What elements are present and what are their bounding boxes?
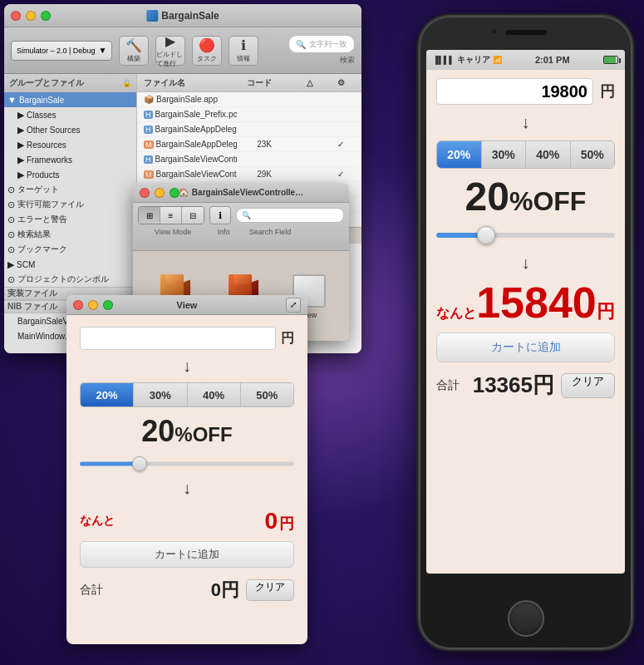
- sidebar-item-products[interactable]: ▶ Products: [4, 167, 136, 182]
- battery-area: [603, 56, 618, 64]
- discount-40-button[interactable]: 40%: [188, 383, 241, 406]
- sidebar-item-search[interactable]: ⊙ 検索結果: [4, 227, 136, 242]
- result-price: 0: [264, 508, 278, 534]
- sidebar-lock-icon[interactable]: 🔒: [122, 79, 131, 87]
- ip-discount-40-button[interactable]: 40%: [526, 141, 571, 168]
- info-button[interactable]: ℹ 情報: [229, 36, 258, 66]
- xcode-search-input[interactable]: 🔍 文字列一致: [288, 35, 355, 53]
- ip-slider-row[interactable]: [436, 225, 615, 245]
- info-icon: ℹ: [241, 37, 246, 53]
- ip-total-amount: 13365円: [466, 371, 554, 400]
- ip-discount-50-button[interactable]: 50%: [571, 141, 615, 168]
- file-row-delegate-m[interactable]: MBargainSaleAppDelegate.m 23K ✓: [137, 137, 361, 152]
- nib-mode-icon-btn[interactable]: ⊞: [139, 207, 160, 224]
- iphone-home-button[interactable]: [508, 600, 544, 637]
- arrow-down-icon: ↓: [183, 357, 191, 376]
- result-row: なんと 0 円: [80, 508, 294, 534]
- sidebar-item-frameworks[interactable]: ▶ Frameworks: [4, 152, 136, 167]
- nib-close-button[interactable]: [140, 188, 150, 198]
- ip-slider-thumb[interactable]: [477, 226, 495, 244]
- ip-arrow-down-2: ↓: [522, 254, 530, 273]
- discount-30-button[interactable]: 30%: [134, 383, 187, 406]
- discount-20-button[interactable]: 20%: [81, 383, 134, 406]
- add-cart-button[interactable]: カートに追加: [80, 541, 294, 568]
- sidebar-item-errors[interactable]: ⊙ エラーと警告: [4, 212, 136, 227]
- ip-clear-button[interactable]: クリア: [561, 373, 615, 398]
- app-file-icon: 📦: [144, 95, 154, 104]
- col-code: コード: [237, 77, 278, 89]
- sidebar-item-bargainsale[interactable]: ▼ BargainSale: [4, 92, 136, 107]
- sidebar-item-bookmarks[interactable]: ⊙ ブックマーク: [4, 242, 136, 257]
- scheme-selector[interactable]: Simulator – 2.0 | Debug ▼: [11, 41, 112, 61]
- wifi-icon: 📶: [493, 56, 502, 64]
- carrier-label: キャリア: [457, 54, 490, 66]
- view-resize-button[interactable]: ⤢: [286, 298, 301, 313]
- error-icon: ⊙: [7, 214, 15, 225]
- ip-result-row: なんと 15840 円: [436, 281, 615, 324]
- sidebar-item-scm[interactable]: ▶ SCM: [4, 257, 136, 272]
- search-icon: 🔍: [296, 40, 306, 49]
- folder-icon: ▶: [17, 110, 24, 121]
- view-content: 円 ↓ 20% 30% 40% 50% 20%OFF ↓ なんと 0 円 カート…: [66, 315, 307, 614]
- search-icon: ⊙: [7, 229, 15, 240]
- view-maximize-button[interactable]: [103, 300, 113, 310]
- bookmark-icon: ⊙: [7, 244, 15, 255]
- ip-result-price: 15840: [476, 281, 597, 324]
- nib-view-mode[interactable]: ⊞ ≡ ⊟: [138, 206, 204, 224]
- nib-toolbar-row1: ⊞ ≡ ⊟ ℹ 🔍: [138, 206, 344, 224]
- maximize-button[interactable]: [41, 11, 51, 21]
- h-file-icon: H: [144, 155, 153, 164]
- ip-nanto-label: なんと: [436, 305, 476, 323]
- sidebar-item-resources[interactable]: ▶ Resources: [4, 137, 136, 152]
- total-label: 合計: [80, 583, 103, 598]
- sidebar-item-other-sources[interactable]: ▶ Other Sources: [4, 122, 136, 137]
- target-icon: ⊙: [7, 185, 15, 195]
- ip-arrow-down-1: ↓: [522, 113, 530, 132]
- ip-result-yen: 円: [597, 299, 615, 324]
- view-close-button[interactable]: [73, 300, 83, 310]
- sidebar-item-classes[interactable]: ▶ Classes: [4, 107, 136, 122]
- ip-discount-buttons: 20% 30% 40% 50%: [436, 140, 615, 169]
- nib-mode-list-btn[interactable]: ≡: [160, 207, 182, 224]
- window-buttons: [11, 11, 51, 21]
- sidebar-item-target[interactable]: ⊙ ターゲット: [4, 182, 136, 197]
- minimize-button[interactable]: [26, 11, 36, 21]
- stop-button[interactable]: 🔴 タスク: [192, 36, 222, 66]
- nib-minimize-button[interactable]: [155, 188, 165, 198]
- xcode-toolbar: Simulator – 2.0 | Debug ▼ 🔨 構築 ▶ ビルドして進行…: [4, 27, 361, 74]
- info-icon: ℹ: [219, 210, 222, 221]
- file-row-delegate-h[interactable]: HBargainSaleAppDelegate.h: [137, 122, 361, 137]
- sidebar-item-executable[interactable]: ⊙ 実行可能ファイル: [4, 197, 136, 212]
- run-button[interactable]: ▶ ビルドして進行: [155, 36, 185, 66]
- ip-discount-30-button[interactable]: 30%: [482, 141, 527, 168]
- ip-price-input[interactable]: 19800: [436, 78, 593, 105]
- nib-info-button[interactable]: ℹ: [209, 206, 231, 224]
- clear-button[interactable]: クリア: [246, 579, 294, 601]
- scm-icon: ▶: [7, 259, 14, 270]
- file-row-vc-m[interactable]: MBargainSaleViewController.m 29K ✓: [137, 167, 361, 182]
- sidebar-item-symbols[interactable]: ⊙ プロジェクトのシンボル: [4, 272, 136, 287]
- build-button[interactable]: 🔨 構築: [119, 36, 149, 66]
- slider-row[interactable]: [80, 456, 294, 472]
- ip-discount-20-button[interactable]: 20%: [437, 141, 482, 168]
- filelist-header: ファイル名 コード △ ⚙: [137, 74, 361, 92]
- view-minimize-button[interactable]: [88, 300, 98, 310]
- file-row-vc-h[interactable]: HBargainSaleViewController.h: [137, 152, 361, 167]
- price-input-row: 円: [80, 327, 294, 350]
- ip-add-cart-button[interactable]: カートに追加: [436, 332, 615, 362]
- nib-search-input[interactable]: 🔍: [236, 208, 344, 223]
- col-gear: ⚙: [320, 78, 361, 87]
- close-button[interactable]: [11, 11, 21, 21]
- stop-icon: 🔴: [199, 37, 215, 53]
- nib-mode-columns-btn[interactable]: ⊟: [182, 207, 204, 224]
- discount-50-button[interactable]: 50%: [241, 383, 293, 406]
- nanto-label: なんと: [80, 514, 115, 529]
- file-row-prefix[interactable]: HBargainSale_Prefix.pch: [137, 107, 361, 122]
- file-row-app[interactable]: 📦BargainSale.app: [137, 92, 361, 107]
- price-input[interactable]: [80, 327, 276, 350]
- nib-window-title: 🏠 BargainSaleViewControlle…: [179, 188, 303, 197]
- iphone-speaker: [505, 30, 547, 35]
- iphone: ▐▌▌▌ キャリア 📶 2:01 PM 19800 円 ↓ 20% 30%: [420, 17, 632, 648]
- slider-thumb[interactable]: [132, 456, 147, 471]
- executable-icon: ⊙: [7, 200, 15, 210]
